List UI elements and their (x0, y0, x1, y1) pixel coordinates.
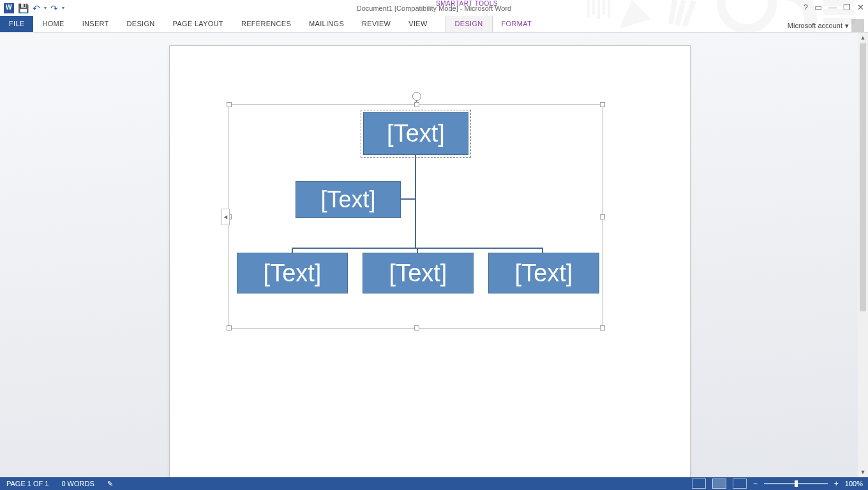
account-menu[interactable]: Microsoft account ▾ (788, 19, 864, 32)
scroll-down-icon[interactable]: ▼ (858, 467, 868, 477)
word-icon[interactable] (4, 3, 14, 13)
qat-customize-icon[interactable]: ▾ (62, 5, 64, 11)
window-controls: ? ▭ — ❐ ✕ (804, 3, 864, 12)
ribbon-tabs: FILE HOME INSERT DESIGN PAGE LAYOUT REFE… (0, 16, 868, 32)
resize-handle[interactable] (227, 325, 232, 330)
tab-review[interactable]: REVIEW (353, 16, 400, 32)
title-bar: 💾 ↶ ▾ ↷ ▾ Document1 [Compatibility Mode]… (0, 0, 868, 16)
svg-rect-0 (587, 0, 590, 18)
view-read-mode-icon[interactable] (692, 479, 706, 489)
quick-access-toolbar: 💾 ↶ ▾ ↷ ▾ (0, 3, 64, 13)
node-text: [Text] (264, 260, 322, 287)
vertical-scrollbar[interactable]: ▲ ▼ (858, 33, 868, 477)
chevron-down-icon: ▾ (845, 22, 849, 30)
orgchart-node-top[interactable]: [Text] (363, 112, 468, 155)
restore-icon[interactable]: ❐ (843, 3, 851, 12)
resize-handle[interactable] (600, 214, 605, 219)
proofing-icon[interactable]: ✎ (101, 480, 119, 488)
orgchart-node-assistant[interactable]: [Text] (296, 181, 401, 218)
node-text: [Text] (515, 260, 573, 287)
document-workspace[interactable]: ◄ [Text] [Text] [Text] [Text] [Text] ▲ ▼ (0, 33, 868, 477)
resize-handle[interactable] (414, 102, 419, 107)
tab-smartart-design[interactable]: DESIGN (445, 15, 493, 32)
undo-icon[interactable]: ↶ (33, 3, 40, 13)
status-page[interactable]: PAGE 1 OF 1 (0, 480, 55, 487)
resize-handle[interactable] (227, 102, 232, 107)
avatar-icon (851, 19, 864, 32)
context-tools-label: SMARTART TOOLS (436, 0, 498, 7)
tab-smartart-format[interactable]: FORMAT (493, 16, 541, 32)
zoom-out-button[interactable]: − (753, 479, 758, 488)
tab-file[interactable]: FILE (0, 16, 33, 32)
tab-design[interactable]: DESIGN (118, 16, 164, 32)
status-words[interactable]: 0 WORDS (55, 480, 100, 487)
svg-rect-3 (602, 0, 605, 14)
tab-insert[interactable]: INSERT (73, 16, 118, 32)
zoom-in-button[interactable]: + (834, 479, 839, 488)
connector (400, 198, 415, 200)
node-text: [Text] (389, 260, 447, 287)
rotate-handle-icon[interactable] (412, 92, 421, 101)
orgchart-node-child-2[interactable]: [Text] (363, 253, 474, 293)
tab-references[interactable]: REFERENCES (232, 16, 300, 32)
undo-dropdown-icon[interactable]: ▾ (44, 5, 47, 11)
tab-view[interactable]: VIEW (400, 16, 436, 32)
orgchart-node-child-1[interactable]: [Text] (237, 253, 348, 293)
connector (415, 154, 416, 248)
svg-rect-4 (608, 0, 610, 18)
zoom-level[interactable]: 100% (845, 480, 863, 487)
account-label: Microsoft account (788, 22, 842, 29)
resize-handle[interactable] (600, 102, 605, 107)
text-pane-toggle[interactable]: ◄ (221, 209, 230, 225)
save-icon[interactable]: 💾 (18, 3, 29, 13)
view-print-layout-icon[interactable] (712, 479, 726, 489)
document-page[interactable]: ◄ [Text] [Text] [Text] [Text] [Text] (169, 45, 691, 477)
node-text: [Text] (387, 120, 445, 147)
help-icon[interactable]: ? (804, 3, 808, 12)
status-bar: PAGE 1 OF 1 0 WORDS ✎ − + 100% (0, 477, 868, 490)
scroll-thumb[interactable] (860, 43, 866, 311)
tab-mailings[interactable]: MAILINGS (300, 16, 353, 32)
tab-page-layout[interactable]: PAGE LAYOUT (164, 16, 232, 32)
svg-rect-1 (592, 0, 595, 15)
smartart-frame[interactable]: ◄ [Text] [Text] [Text] [Text] [Text] (228, 104, 603, 329)
minimize-icon[interactable]: — (828, 3, 837, 12)
view-web-layout-icon[interactable] (733, 479, 747, 489)
scroll-up-icon[interactable]: ▲ (858, 33, 868, 43)
orgchart-node-child-3[interactable]: [Text] (488, 253, 599, 293)
node-text: [Text] (320, 186, 375, 213)
zoom-slider[interactable] (764, 483, 828, 484)
smartart-tools-label: SMARTART TOOLS (436, 0, 498, 7)
close-icon[interactable]: ✕ (857, 3, 864, 12)
ribbon-display-icon[interactable]: ▭ (814, 3, 822, 12)
redo-icon[interactable]: ↷ (50, 3, 58, 13)
tab-home[interactable]: HOME (33, 16, 73, 32)
resize-handle[interactable] (600, 325, 605, 330)
resize-handle[interactable] (414, 325, 419, 330)
